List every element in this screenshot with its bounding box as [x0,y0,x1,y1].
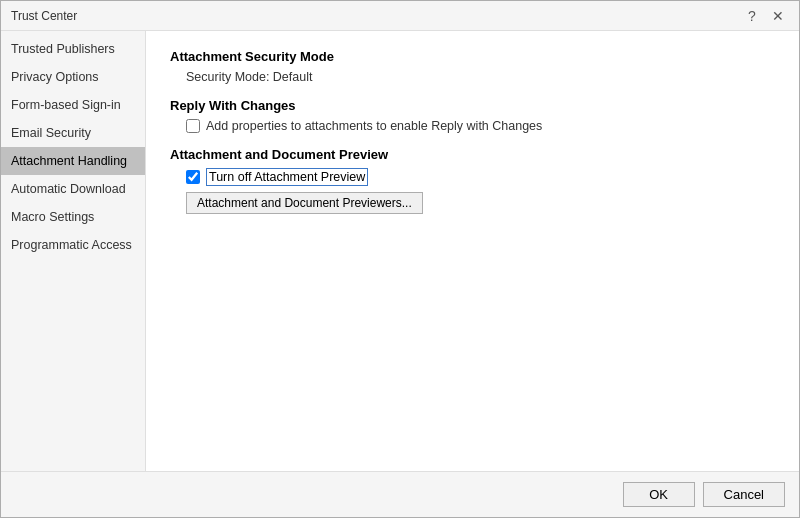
ok-button[interactable]: OK [623,482,695,507]
turn-off-preview-label: Turn off Attachment Preview [206,168,368,186]
sidebar-item-form-based-sign-in[interactable]: Form-based Sign-in [1,91,145,119]
sidebar-item-email-security[interactable]: Email Security [1,119,145,147]
dialog-title: Trust Center [11,9,77,23]
sidebar-item-automatic-download[interactable]: Automatic Download [1,175,145,203]
sidebar-item-trusted-publishers[interactable]: Trusted Publishers [1,35,145,63]
reply-with-changes-row: Add properties to attachments to enable … [186,119,775,133]
sidebar: Trusted Publishers Privacy Options Form-… [1,31,146,471]
attachment-document-preview-section: Attachment and Document Preview Turn off… [170,147,775,214]
attachment-previewers-button[interactable]: Attachment and Document Previewers... [186,192,423,214]
content-area: Attachment Security Mode Security Mode: … [146,31,799,471]
attachment-security-mode-section: Attachment Security Mode Security Mode: … [170,49,775,84]
sidebar-item-privacy-options[interactable]: Privacy Options [1,63,145,91]
reply-with-changes-title: Reply With Changes [170,98,775,113]
turn-off-preview-checkbox[interactable] [186,170,200,184]
sidebar-item-attachment-handling[interactable]: Attachment Handling [1,147,145,175]
attachment-security-mode-title: Attachment Security Mode [170,49,775,64]
dialog-footer: OK Cancel [1,471,799,517]
reply-with-changes-checkbox[interactable] [186,119,200,133]
close-button[interactable]: ✕ [767,5,789,27]
cancel-button[interactable]: Cancel [703,482,785,507]
attachment-document-preview-title: Attachment and Document Preview [170,147,775,162]
help-button[interactable]: ? [741,5,763,27]
reply-with-changes-label: Add properties to attachments to enable … [206,119,542,133]
title-bar-left: Trust Center [11,9,77,23]
security-mode-value: Security Mode: Default [186,70,775,84]
turn-off-preview-row: Turn off Attachment Preview [186,168,775,186]
sidebar-item-macro-settings[interactable]: Macro Settings [1,203,145,231]
reply-with-changes-section: Reply With Changes Add properties to att… [170,98,775,133]
dialog-body: Trusted Publishers Privacy Options Form-… [1,31,799,471]
trust-center-dialog: Trust Center ? ✕ Trusted Publishers Priv… [0,0,800,518]
sidebar-item-programmatic-access[interactable]: Programmatic Access [1,231,145,259]
title-bar-controls: ? ✕ [741,5,789,27]
title-bar: Trust Center ? ✕ [1,1,799,31]
